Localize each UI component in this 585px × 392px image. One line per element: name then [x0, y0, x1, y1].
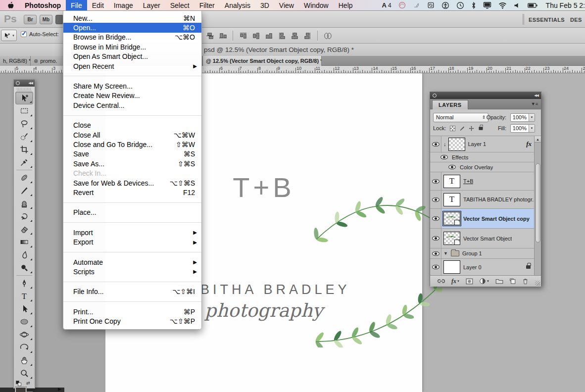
- smart-object-thumbnail[interactable]: [443, 232, 460, 245]
- menubar-item-window[interactable]: Window: [299, 0, 334, 10]
- lock-pixels-icon[interactable]: [458, 125, 465, 132]
- toolbar-grip[interactable]: [17, 88, 32, 91]
- layer-row-main[interactable]: Vector Smart Object: [441, 229, 535, 248]
- layer-visibility-eye-icon[interactable]: [432, 265, 439, 269]
- tool-dodge[interactable]: [15, 261, 33, 274]
- file-menu-item-browse-in-bridge[interactable]: Browse in Bridge...⌥⌘O: [63, 33, 201, 42]
- foreground-color-swatch[interactable]: [15, 387, 26, 392]
- layer-row-main[interactable]: Layer 0: [441, 259, 535, 275]
- app-bar-icon[interactable]: [55, 15, 63, 24]
- file-menu-item-create-new-review[interactable]: Create New Review...: [63, 91, 201, 100]
- tool-type[interactable]: T: [15, 290, 33, 302]
- file-menu-item-save-for-web-devices[interactable]: Save for Web & Devices...⌥⇧⌘S: [63, 178, 201, 188]
- distribute-bottom-edges-icon[interactable]: [264, 31, 274, 41]
- adobe-updater-icon[interactable]: A4: [380, 0, 394, 10]
- layer-visibility-eye-icon[interactable]: [432, 179, 439, 184]
- layer-style-icon[interactable]: fx▼: [451, 278, 460, 285]
- layer-row-group-1[interactable]: ▼Group 1: [430, 248, 535, 259]
- layer-row-main[interactable]: Effects: [450, 152, 535, 162]
- layer-row-tabitha-bradley-photogr[interactable]: TTABITHA BRADLEY photogr...: [430, 191, 535, 209]
- file-menu-item-save[interactable]: Save⌘S: [63, 149, 201, 159]
- tools-panel-header[interactable]: ◀◀: [14, 80, 35, 87]
- chevron-down-icon[interactable]: ▼: [529, 125, 535, 132]
- menubar-item-photoshop[interactable]: Photoshop: [20, 0, 66, 10]
- layer-row-layer-1[interactable]: ↓Layer 1fx: [430, 136, 535, 152]
- file-menu-item-open-recent[interactable]: Open Recent▶: [63, 61, 201, 71]
- menubar-item-file[interactable]: File: [66, 0, 87, 10]
- tool-gradient[interactable]: [15, 236, 33, 248]
- tool-path-selection[interactable]: [15, 302, 33, 315]
- file-menu-item-automate[interactable]: Automate▶: [63, 257, 201, 267]
- wifi-icon[interactable]: [496, 0, 509, 10]
- menubar-item-analysis[interactable]: Analysis: [220, 0, 255, 10]
- lock-position-icon[interactable]: [468, 125, 475, 132]
- panel-resize-grip[interactable]: [535, 281, 540, 286]
- layer-visibility-eye-icon[interactable]: [432, 197, 439, 202]
- tool-smudge[interactable]: [15, 248, 33, 261]
- smart-object-thumbnail[interactable]: [443, 212, 460, 225]
- volume-icon[interactable]: [511, 0, 523, 10]
- scroll-up-icon[interactable]: ▲: [535, 136, 541, 143]
- swap-colors-icon[interactable]: ⇄: [26, 381, 30, 386]
- bridge-button[interactable]: Br: [24, 15, 37, 24]
- layer-row-main[interactable]: ▼Group 1: [441, 248, 535, 258]
- distribute-right-edges-icon[interactable]: [302, 31, 312, 41]
- menubar-item-edit[interactable]: Edit: [87, 0, 109, 10]
- tool-eraser[interactable]: [15, 223, 33, 236]
- layer-row-main[interactable]: Vector Smart Object copy: [441, 209, 535, 228]
- layer-thumbnail[interactable]: [448, 138, 465, 151]
- file-menu-item-file-info[interactable]: File Info...⌥⇧⌘I: [63, 287, 201, 296]
- file-menu-item-import[interactable]: Import▶: [63, 228, 201, 237]
- tool-zoom[interactable]: [15, 367, 33, 380]
- time-machine-icon[interactable]: [454, 0, 467, 10]
- align-vertical-centers-icon[interactable]: [205, 31, 215, 41]
- file-menu-item-new[interactable]: New...⌘N: [63, 13, 201, 23]
- link-layers-icon[interactable]: [437, 278, 445, 285]
- group-disclosure-icon[interactable]: ▼: [443, 251, 448, 256]
- menubar-item-help[interactable]: Help: [334, 0, 358, 10]
- layer-row-vector-smart-object[interactable]: Vector Smart Object: [430, 229, 535, 248]
- new-layer-icon[interactable]: [509, 278, 516, 285]
- tool-clone-stamp[interactable]: [15, 197, 33, 210]
- file-menu-item-close[interactable]: Close: [63, 121, 201, 130]
- layers-tab[interactable]: LAYERS: [432, 100, 468, 109]
- file-menu-item-device-central[interactable]: Device Central...: [63, 100, 201, 110]
- layer-row-effects[interactable]: Effects: [430, 152, 535, 162]
- tool-brush[interactable]: [15, 184, 33, 197]
- layer-row-main[interactable]: Color Overlay: [458, 162, 535, 172]
- menubar-item-3d[interactable]: 3D: [255, 0, 274, 10]
- creative-cloud-icon[interactable]: [396, 0, 408, 10]
- auto-align-layers-icon[interactable]: [323, 31, 333, 41]
- file-menu-item-place[interactable]: Place...: [63, 208, 201, 217]
- distribute-vertical-centers-icon[interactable]: [251, 31, 261, 41]
- delete-layer-icon[interactable]: [522, 278, 529, 285]
- accessibility-icon[interactable]: [439, 0, 452, 10]
- file-menu-item-close-all[interactable]: Close All⌥⌘W: [63, 130, 201, 140]
- panel-menu-icon[interactable]: ▼≡: [531, 101, 538, 106]
- layer-visibility-eye-icon[interactable]: [440, 155, 448, 159]
- file-menu-item-browse-in-mini-bridge[interactable]: Browse in Mini Bridge...: [63, 42, 201, 51]
- battery-icon[interactable]: [525, 0, 540, 10]
- tab-close-icon[interactable]: ⊗: [34, 58, 38, 64]
- scrollbar-thumb[interactable]: [536, 163, 540, 243]
- layer-row-main[interactable]: TT+B: [441, 172, 535, 190]
- wacom-icon[interactable]: [410, 0, 423, 10]
- file-menu-item-open-as-smart-object[interactable]: Open As Smart Object...: [63, 52, 201, 61]
- fill-field[interactable]: 100% ▼: [510, 124, 535, 133]
- file-menu-item-print-one-copy[interactable]: Print One Copy⌥⇧⌘P: [63, 316, 201, 326]
- text-layer-thumbnail[interactable]: T: [443, 175, 460, 188]
- layer-row-main[interactable]: ↓Layer 1fx: [441, 136, 535, 152]
- layer-thumbnail[interactable]: [443, 260, 460, 274]
- file-menu-item-export[interactable]: Export▶: [63, 237, 201, 246]
- mini-bridge-button[interactable]: Mb: [40, 15, 52, 24]
- workspace-essentials[interactable]: ESSENTIALS: [529, 17, 565, 23]
- menubar-item-filter[interactable]: Filter: [195, 0, 220, 10]
- tool-eyedropper[interactable]: [15, 156, 33, 169]
- file-menu-item-close-and-go-to-bridge[interactable]: Close and Go To Bridge...⇧⌘W: [63, 140, 201, 149]
- file-menu-item-revert[interactable]: RevertF12: [63, 188, 201, 197]
- layer-visibility-eye-icon[interactable]: [432, 142, 439, 147]
- file-menu-item-save-as[interactable]: Save As...⇧⌘S: [63, 159, 201, 168]
- panel-expand-arrow-icon[interactable]: ▶: [58, 387, 61, 392]
- layer-visibility-eye-icon[interactable]: [432, 251, 439, 256]
- collapse-panel-icon[interactable]: ◀◀: [534, 94, 538, 98]
